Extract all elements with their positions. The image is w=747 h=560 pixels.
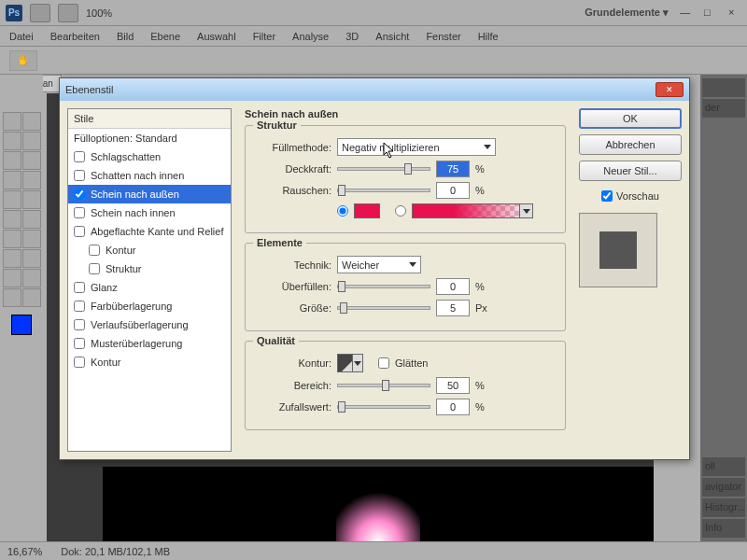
tool-hand[interactable] xyxy=(22,288,41,307)
tool-shape[interactable] xyxy=(22,269,41,287)
tool-pen[interactable] xyxy=(3,249,21,268)
menu-analyse[interactable]: Analyse xyxy=(292,31,329,42)
header-zoom[interactable]: 100% xyxy=(86,7,112,19)
style-checkbox[interactable] xyxy=(74,357,85,368)
tool-path[interactable] xyxy=(3,269,21,287)
layout-button[interactable] xyxy=(58,4,78,22)
style-item[interactable]: Musterüberlagerung xyxy=(68,334,231,353)
style-item[interactable]: Kontur xyxy=(68,241,231,259)
tool-history[interactable] xyxy=(22,190,41,209)
dock-histogram[interactable]: Histogr... xyxy=(702,498,745,517)
tool-gradient[interactable] xyxy=(22,210,41,229)
dock-tab[interactable]: oll xyxy=(702,457,745,476)
tool-crop[interactable] xyxy=(3,151,21,170)
maximize-icon[interactable]: □ xyxy=(704,7,717,20)
contour-picker[interactable] xyxy=(337,354,363,372)
style-checkbox[interactable] xyxy=(74,189,85,200)
tool-dodge[interactable] xyxy=(22,230,41,248)
fill-options[interactable]: Fülloptionen: Standard xyxy=(68,129,231,147)
dock-info[interactable]: Info xyxy=(702,519,745,538)
tool-brush[interactable] xyxy=(22,171,41,189)
style-item[interactable]: Schatten nach innen xyxy=(68,166,231,185)
style-checkbox[interactable] xyxy=(74,151,85,162)
tool-heal[interactable] xyxy=(3,171,21,189)
menu-bild[interactable]: Bild xyxy=(117,31,134,42)
style-item[interactable]: Schlagschatten xyxy=(68,147,231,166)
style-checkbox[interactable] xyxy=(74,301,85,312)
cancel-button[interactable]: Abbrechen xyxy=(579,134,682,155)
menu-hilfe[interactable]: Hilfe xyxy=(478,31,499,42)
style-item[interactable]: Abgeflachte Kante und Relief xyxy=(68,222,231,241)
menu-bearbeiten[interactable]: Bearbeiten xyxy=(50,31,100,42)
styles-header[interactable]: Stile xyxy=(68,109,231,129)
style-checkbox[interactable] xyxy=(89,263,100,274)
gradient-radio[interactable] xyxy=(395,205,406,217)
tool-3d[interactable] xyxy=(3,288,21,307)
minimize-icon[interactable]: — xyxy=(680,7,693,20)
tool-stamp[interactable] xyxy=(3,190,21,209)
new-style-button[interactable]: Neuer Stil... xyxy=(579,161,682,181)
preview-checkbox[interactable] xyxy=(601,190,613,202)
hand-tool-icon[interactable]: ✋ xyxy=(9,50,37,71)
range-slider[interactable] xyxy=(337,384,430,387)
blend-mode-dropdown[interactable]: Negativ multiplizieren xyxy=(337,138,496,156)
dialog-close-button[interactable]: ✕ xyxy=(655,82,684,97)
tool-eraser[interactable] xyxy=(3,210,21,229)
status-zoom[interactable]: 16,67% xyxy=(7,546,42,557)
tool-move[interactable] xyxy=(3,112,21,131)
style-item[interactable]: Verlaufsüberlagerung xyxy=(68,315,231,334)
close-icon[interactable]: × xyxy=(728,7,741,20)
style-item[interactable]: Farbüberlagerung xyxy=(68,297,231,315)
menu-filter[interactable]: Filter xyxy=(253,31,275,42)
jitter-slider[interactable] xyxy=(337,405,430,409)
style-item[interactable]: Glanz xyxy=(68,278,231,297)
menu-datei[interactable]: Datei xyxy=(9,31,34,42)
opacity-slider[interactable] xyxy=(337,167,430,171)
foreground-color[interactable] xyxy=(11,315,32,335)
color-radio[interactable] xyxy=(337,205,348,217)
style-item[interactable]: Schein nach innen xyxy=(68,203,231,222)
technique-dropdown[interactable]: Weicher xyxy=(337,256,421,273)
style-checkbox[interactable] xyxy=(74,207,85,218)
style-checkbox[interactable] xyxy=(74,319,85,330)
style-item[interactable]: Kontur xyxy=(68,353,231,371)
style-item[interactable]: Schein nach außen xyxy=(68,185,231,203)
style-checkbox[interactable] xyxy=(74,226,85,237)
jitter-input[interactable] xyxy=(436,399,470,415)
tool-lasso[interactable] xyxy=(3,132,21,150)
size-slider[interactable] xyxy=(337,306,430,310)
style-checkbox[interactable] xyxy=(89,245,100,256)
opacity-input[interactable] xyxy=(436,161,470,177)
tool-text[interactable] xyxy=(22,249,41,268)
size-input[interactable] xyxy=(436,300,470,316)
style-checkbox[interactable] xyxy=(74,282,85,293)
spread-input[interactable] xyxy=(436,278,470,295)
noise-slider[interactable] xyxy=(337,189,430,192)
tool-eyedropper[interactable] xyxy=(22,151,41,170)
range-label: Bereich: xyxy=(255,380,331,391)
menu-fenster[interactable]: Fenster xyxy=(426,31,460,42)
menu-auswahl[interactable]: Auswahl xyxy=(197,31,236,42)
bridge-button[interactable] xyxy=(30,4,50,22)
dialog-titlebar[interactable]: Ebenenstil ✕ xyxy=(60,78,689,101)
tool-marquee[interactable] xyxy=(22,112,41,131)
gradient-picker[interactable] xyxy=(412,203,533,218)
tool-wand[interactable] xyxy=(22,132,41,150)
workspace-switcher[interactable]: Grundelemente ▾ xyxy=(585,7,669,19)
antialias-checkbox[interactable] xyxy=(378,357,389,369)
menu-3d[interactable]: 3D xyxy=(345,31,359,42)
range-input[interactable] xyxy=(436,377,470,394)
menu-ebene[interactable]: Ebene xyxy=(150,31,180,42)
dock-tab[interactable]: der xyxy=(702,99,745,118)
dock-tab[interactable] xyxy=(702,78,745,97)
noise-input[interactable] xyxy=(436,182,470,199)
style-checkbox[interactable] xyxy=(74,170,85,181)
spread-slider[interactable] xyxy=(337,285,430,288)
glow-color-swatch[interactable] xyxy=(354,203,380,218)
style-checkbox[interactable] xyxy=(74,338,85,349)
style-item[interactable]: Struktur xyxy=(68,259,231,278)
menu-ansicht[interactable]: Ansicht xyxy=(375,31,409,42)
tool-blur[interactable] xyxy=(3,230,21,248)
ok-button[interactable]: OK xyxy=(579,108,682,129)
dock-navigator[interactable]: avigator xyxy=(702,478,745,497)
